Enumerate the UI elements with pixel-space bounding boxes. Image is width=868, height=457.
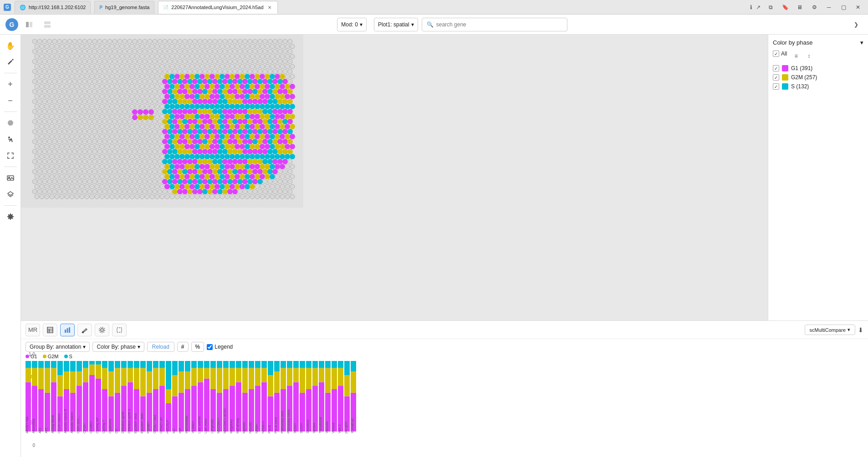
bar-chart-tool-button[interactable] <box>60 324 75 336</box>
spatial-canvas: // This will be handled by the render sc… <box>21 35 768 320</box>
share-icon[interactable]: ↗ <box>756 4 761 10</box>
bottom-controls: Group By: annotation ▾ Color By: phase ▾… <box>21 339 868 352</box>
svg-rect-3 <box>44 25 51 28</box>
image-tool-button[interactable] <box>3 171 18 185</box>
edit-tool-button[interactable] <box>3 55 18 69</box>
tab-url[interactable]: 🌐 http://192.168.1.202:6102 <box>15 1 91 14</box>
bars-scroll-area[interactable] <box>26 361 863 452</box>
chevron-down-icon-colorby[interactable]: ▾ <box>860 39 863 46</box>
svg-point-16 <box>101 329 103 331</box>
minimize-button[interactable]: ─ <box>822 3 835 12</box>
svg-point-17 <box>99 327 105 333</box>
color-by-header: Color by phase ▾ <box>773 39 863 46</box>
legend-filter-icon[interactable]: ≡ <box>791 51 802 61</box>
mod-selector[interactable]: Mod: 0 ▾ <box>337 18 367 31</box>
chart-legend-G2M: G2M <box>43 354 59 359</box>
subtract-tool-button[interactable]: − <box>3 93 18 108</box>
percent-button[interactable]: % <box>191 342 204 352</box>
chevron-down-icon: ▾ <box>360 21 363 28</box>
svg-rect-14 <box>69 327 70 333</box>
sidebar-divider-1 <box>4 73 17 73</box>
content-area: // This will be handled by the render sc… <box>21 35 868 457</box>
plot-selector[interactable]: Plot1: spatial ▾ <box>374 18 418 31</box>
gene-search-box[interactable]: 🔍 <box>422 18 567 31</box>
legend-cb-g2m[interactable] <box>773 74 779 81</box>
expand-panel-button[interactable]: ❯ <box>850 18 863 31</box>
close-window-button[interactable]: ✕ <box>852 3 864 12</box>
svg-rect-1 <box>30 22 32 27</box>
mr-tool-button[interactable]: MR <box>26 324 40 336</box>
left-sidebar: ✋ + − <box>0 35 21 457</box>
hand-tool-button[interactable]: ✋ <box>3 38 18 53</box>
main-layout: ✋ + − <box>0 35 868 457</box>
spatial-view[interactable]: // This will be handled by the render sc… <box>21 35 768 320</box>
color-by-label: Color by phase <box>773 39 812 46</box>
search-input[interactable] <box>436 21 562 28</box>
legend-item-s: S (132) <box>773 83 863 90</box>
group-by-selector[interactable]: Group By: annotation ▾ <box>26 342 90 352</box>
chart-legend-S: S <box>64 354 72 359</box>
legend-dot-G2M <box>43 355 46 358</box>
svg-rect-2 <box>44 21 51 24</box>
chevron-down-icon-group: ▾ <box>83 344 86 350</box>
legend-color-g2m <box>782 74 788 81</box>
reload-button[interactable]: Reload <box>147 342 174 352</box>
network-tool-button[interactable] <box>95 324 109 336</box>
restore-window-button[interactable]: ⧉ <box>764 3 777 12</box>
legend-item-g2m: G2M (257) <box>773 74 863 81</box>
bottom-toolbar: MR scMultiCompare <box>21 321 868 339</box>
info-icon[interactable]: ℹ <box>750 4 752 10</box>
legend-dot-S <box>64 355 68 358</box>
globe-icon: 🌐 <box>20 5 26 10</box>
layer-tool-button[interactable] <box>3 187 18 202</box>
svg-point-5 <box>8 137 10 138</box>
app-icon: G <box>4 4 11 11</box>
legend-checkbox[interactable] <box>207 344 213 350</box>
add-tool-button[interactable]: + <box>3 77 18 91</box>
search-icon: 🔍 <box>427 21 434 28</box>
app-logo: G <box>5 18 18 31</box>
sidebar-toggle-button[interactable] <box>22 17 36 32</box>
settings-tool-button[interactable] <box>3 209 18 224</box>
svg-rect-18 <box>117 328 122 332</box>
svg-rect-13 <box>67 328 68 333</box>
bottom-panel: MR scMultiCompare <box>21 320 868 457</box>
all-checkbox[interactable] <box>773 51 779 57</box>
shape-tool-button[interactable] <box>3 116 18 130</box>
table-tool-button[interactable] <box>43 324 57 336</box>
display-button[interactable]: 🖥 <box>793 3 806 12</box>
expand-tool-button[interactable] <box>3 148 18 163</box>
sc-multi-compare-button[interactable]: scMultiCompare ▾ <box>805 325 855 335</box>
run-tool-button[interactable] <box>3 132 18 147</box>
color-by-selector[interactable]: Color By: phase ▾ <box>92 342 144 352</box>
sidebar-divider-4 <box>4 205 17 206</box>
settings-button[interactable]: ⚙ <box>808 3 821 12</box>
chart-legend: G1G2MS <box>26 354 863 359</box>
legend-cb-g1[interactable] <box>773 65 779 71</box>
brush-tool-button[interactable] <box>77 324 92 336</box>
tab-fasta[interactable]: P hg19_genome.fasta <box>94 1 154 14</box>
tab-h5ad[interactable]: 📄 220627AnnotatedLungVisium_2024.h5ad ✕ <box>158 1 277 14</box>
legend-sort-icon[interactable]: ↕ <box>803 51 814 61</box>
chart-with-yaxis: 1.0 0.75 0.5 0.25 0 <box>26 361 863 452</box>
bar-chart-canvas <box>26 361 390 452</box>
bookmark-button[interactable]: 🔖 <box>779 3 791 12</box>
svg-rect-0 <box>26 22 29 27</box>
download-button[interactable]: ⬇ <box>858 326 863 334</box>
select-tool-button[interactable] <box>112 324 127 336</box>
sidebar-divider-2 <box>4 112 17 112</box>
tissue-canvas <box>21 35 303 208</box>
legend-controls: All ≡ ↕ <box>773 51 863 61</box>
legend-items: G1 (391) G2M (257) S (132) <box>773 65 863 90</box>
maximize-button[interactable]: ▢ <box>837 3 850 12</box>
hash-button[interactable]: # <box>177 342 189 352</box>
file-icon-fasta: P <box>99 5 102 10</box>
legend-checkbox-label[interactable]: Legend <box>207 344 233 350</box>
close-tab-button[interactable]: ✕ <box>266 4 273 10</box>
chevron-down-icon-sc: ▾ <box>848 327 850 333</box>
panel-toggle-button[interactable] <box>40 17 55 32</box>
all-label: All <box>781 51 787 61</box>
svg-point-4 <box>8 120 13 126</box>
chart-area: G1G2MS 1.0 0.75 0.5 0.25 0 <box>21 352 868 457</box>
legend-cb-s[interactable] <box>773 83 779 90</box>
